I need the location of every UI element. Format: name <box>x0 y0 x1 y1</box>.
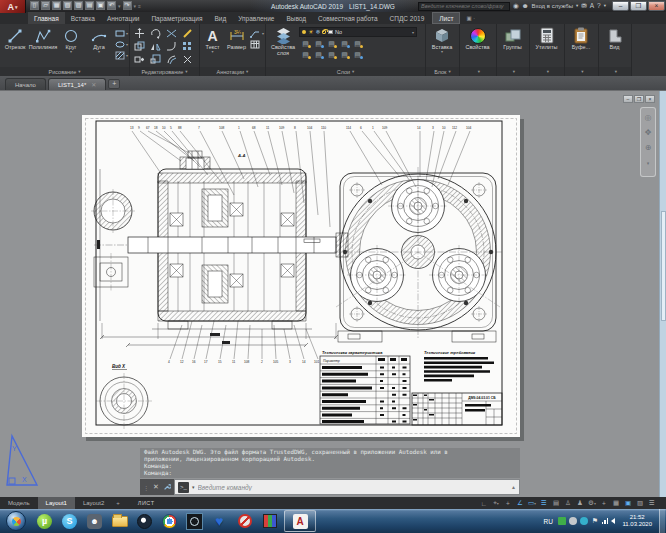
customization-menu-icon[interactable]: ☰ <box>646 499 658 507</box>
annotation-visibility-icon[interactable]: ♙ <box>562 499 574 507</box>
tray-app-icon[interactable] <box>569 517 577 525</box>
orbit-icon[interactable]: ▾ <box>647 159 650 167</box>
chevron-down-icon[interactable]: ▾ <box>192 484 195 490</box>
clipboard-button[interactable]: Буфе... <box>566 25 596 50</box>
chevron-down-icon[interactable]: ▾ <box>70 50 72 53</box>
minimize-button[interactable]: – <box>612 1 629 11</box>
help-dropdown-icon[interactable]: ▾ <box>604 1 606 11</box>
tab-parametrizaciya[interactable]: Параметризация <box>145 12 208 24</box>
help-icon[interactable]: ? <box>597 1 601 11</box>
panel-label-draw[interactable]: Рисование <box>0 67 129 76</box>
autoscale-icon[interactable]: ♟ <box>574 499 586 507</box>
tab-sovmestnaya-rabota[interactable]: Совместная работа <box>312 12 383 24</box>
vertical-scrollbar[interactable] <box>659 91 666 497</box>
layer-tool-icon[interactable] <box>299 38 312 49</box>
mirror-icon[interactable] <box>147 40 163 53</box>
redo-dropdown-icon[interactable]: ▾ <box>134 3 137 9</box>
antivirus-tray-icon[interactable] <box>558 517 566 525</box>
osnap-toggle-icon[interactable]: ▭▾ <box>526 499 538 507</box>
layer-tool-icon[interactable] <box>325 38 338 49</box>
qat-customize-icon[interactable]: ≡ <box>138 3 141 9</box>
blocker-app-icon[interactable] <box>232 510 257 532</box>
annotation-scale-icon[interactable]: ⚙▾ <box>586 499 598 507</box>
polar-tracking-icon[interactable]: ∠ <box>514 499 526 507</box>
tab-spds[interactable]: СПДС 2019 <box>384 12 431 24</box>
pan-icon[interactable]: ✥ <box>645 129 652 137</box>
show-desktop-button[interactable] <box>659 509 665 533</box>
capture-icon[interactable]: ▣ · <box>466 15 475 21</box>
tab-glavnaya[interactable]: Главная <box>28 12 65 24</box>
autocad-taskbar-button[interactable]: A <box>284 510 316 532</box>
volume-icon[interactable] <box>611 518 615 524</box>
explode-icon[interactable] <box>179 53 195 66</box>
text-button[interactable]: A Текст ▾ <box>201 25 224 53</box>
panel-label-modify[interactable]: Редактирование <box>130 67 199 76</box>
offset-icon[interactable] <box>163 53 179 66</box>
erase-icon[interactable] <box>179 27 195 40</box>
isolate-objects-icon[interactable]: ▨ <box>634 499 646 507</box>
search-input[interactable] <box>418 2 510 11</box>
lineweight-toggle-icon[interactable]: ☰ <box>538 499 550 507</box>
properties-button[interactable]: Свойства <box>461 25 494 50</box>
network-icon[interactable] <box>602 518 609 524</box>
chevron-down-icon[interactable]: ▾ <box>412 31 414 34</box>
chevron-down-icon[interactable]: ▾ <box>98 50 100 53</box>
new-tab-button[interactable]: + <box>108 79 120 89</box>
tray-app2-icon[interactable] <box>580 517 588 525</box>
rotate-icon[interactable] <box>147 27 163 40</box>
polyline-button[interactable]: Полилиния <box>29 25 57 50</box>
signin-dropdown-icon[interactable]: ▾ <box>576 1 578 11</box>
layer-tool-icon[interactable] <box>338 49 351 60</box>
explorer-icon[interactable] <box>107 510 132 532</box>
file-tab-start[interactable]: Начало <box>5 78 46 90</box>
circle-button[interactable]: Круг ▾ <box>57 25 85 53</box>
fillet-icon[interactable] <box>163 40 179 53</box>
chrome-icon[interactable] <box>157 510 182 532</box>
file-tab-document[interactable]: LIST1_14*✕ <box>48 78 106 90</box>
restore-button[interactable]: ❐ <box>630 1 647 11</box>
layer-tool-icon[interactable] <box>312 49 325 60</box>
ellipse-icon[interactable] <box>114 39 125 49</box>
layer-tool-icon[interactable] <box>299 49 312 60</box>
panel-expand-clipboard[interactable] <box>565 67 598 76</box>
language-indicator[interactable]: RU <box>544 518 553 525</box>
panel-label-layers[interactable]: Слои <box>266 67 425 76</box>
add-layout-button[interactable]: + <box>112 500 124 506</box>
layout2-tab[interactable]: Layout2 <box>75 497 112 509</box>
copy-icon[interactable] <box>131 40 147 53</box>
rectangle-icon[interactable] <box>114 28 125 38</box>
utilities-button[interactable]: Утилиты <box>531 25 562 50</box>
layer-tool-icon[interactable] <box>312 38 325 49</box>
navigation-bar[interactable]: ◎ ✥ ⊕ ▾ <box>640 107 656 177</box>
tab-upravlenie[interactable]: Управление <box>232 12 280 24</box>
save-as-icon[interactable]: ▧ <box>63 1 72 10</box>
zoom-icon[interactable]: ⊕ <box>645 144 652 152</box>
redo-icon[interactable]: ↷ <box>123 1 132 10</box>
panel-label-annotate[interactable]: Аннотации <box>200 67 265 76</box>
signin-button[interactable]: Вход в службы <box>532 3 574 9</box>
clock[interactable]: 21:52 11.03.2020 <box>618 514 656 528</box>
media-app-icon[interactable] <box>257 510 282 532</box>
layer-tool-icon[interactable] <box>325 49 338 60</box>
close-button[interactable]: × <box>648 1 665 11</box>
leader-icon[interactable] <box>250 28 261 38</box>
layer-dropdown[interactable]: ☀ ❄ No ▾ <box>299 27 417 37</box>
hatch-icon[interactable] <box>114 50 125 60</box>
new-file-icon[interactable]: ▯ <box>30 1 39 10</box>
workspace-switch-icon[interactable]: + <box>598 500 610 507</box>
insert-block-button[interactable]: Вставка ▾ <box>427 25 457 53</box>
model-tab[interactable]: Модель <box>0 497 38 509</box>
search-icon[interactable]: ◉ <box>513 1 519 11</box>
snap-toggle-icon[interactable]: ⌖▾ <box>490 499 502 507</box>
panel-expand-view[interactable] <box>599 67 631 76</box>
layer-tool-icon[interactable] <box>351 38 364 49</box>
utorrent-icon[interactable]: µ <box>32 510 57 532</box>
stretch-icon[interactable] <box>131 53 147 66</box>
viewport-close-button[interactable]: × <box>645 95 655 103</box>
autocad-logo-menu[interactable]: A▾ <box>0 0 26 13</box>
autodesk-a-icon[interactable]: A <box>590 1 594 11</box>
customize-wrench-icon[interactable] <box>163 483 171 491</box>
quick-properties-icon[interactable]: ▣ <box>622 499 634 507</box>
steering-wheel-icon[interactable]: ◎ <box>645 114 652 122</box>
tab-vid[interactable]: Вид <box>209 12 233 24</box>
